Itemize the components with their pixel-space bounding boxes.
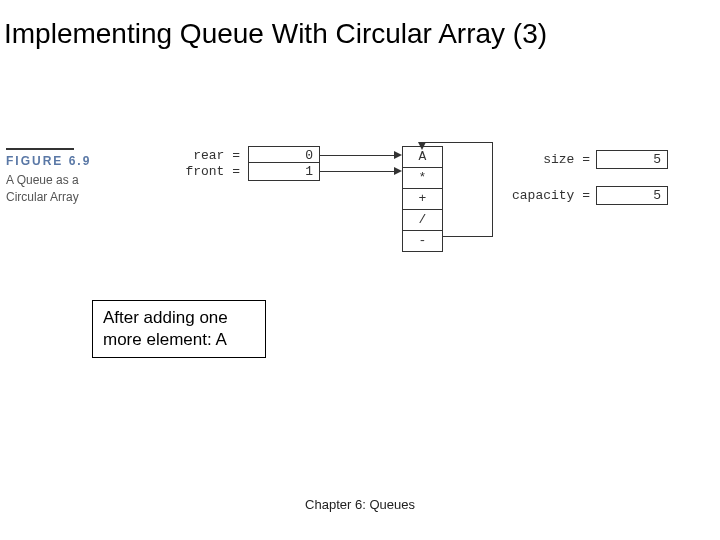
capacity-value-box: 5 [596, 186, 668, 205]
arrow-rear-head [394, 151, 402, 159]
note-line1: After adding one [103, 307, 255, 329]
size-label: size = [520, 152, 590, 167]
array-cell-1: * [403, 168, 443, 189]
capacity-label: capacity = [510, 188, 590, 203]
figure-caption: FIGURE 6.9 A Queue as a Circular Array [6, 148, 126, 206]
slide-title: Implementing Queue With Circular Array (… [4, 18, 547, 50]
figure-rule [6, 148, 74, 150]
array-cell-2: + [403, 189, 443, 210]
wrap-arrow-head [418, 142, 426, 150]
wrap-line-top [422, 142, 493, 143]
array-cell-4: - [403, 231, 443, 252]
arrow-front-head [394, 167, 402, 175]
slide-footer: Chapter 6: Queues [0, 497, 720, 512]
note-line2: more element: A [103, 329, 255, 351]
rear-label: rear = [180, 148, 240, 163]
figure-text-line1: A Queue as a [6, 172, 126, 189]
size-value-box: 5 [596, 150, 668, 169]
array-cell-3: / [403, 210, 443, 231]
front-label: front = [180, 164, 240, 179]
note-box: After adding one more element: A [92, 300, 266, 358]
queue-diagram: rear = front = 0 1 A * + / - size = 5 ca… [190, 140, 690, 310]
arrow-rear-to-cell0 [320, 155, 394, 156]
array-table: A * + / - [402, 146, 443, 252]
arrow-front-to-cell1 [320, 171, 394, 172]
figure-text-line2: Circular Array [6, 189, 126, 206]
front-value-box: 1 [248, 162, 320, 181]
figure-number: FIGURE 6.9 [6, 154, 126, 168]
wrap-line-vert [492, 142, 493, 237]
wrap-line-bottom [442, 236, 492, 237]
